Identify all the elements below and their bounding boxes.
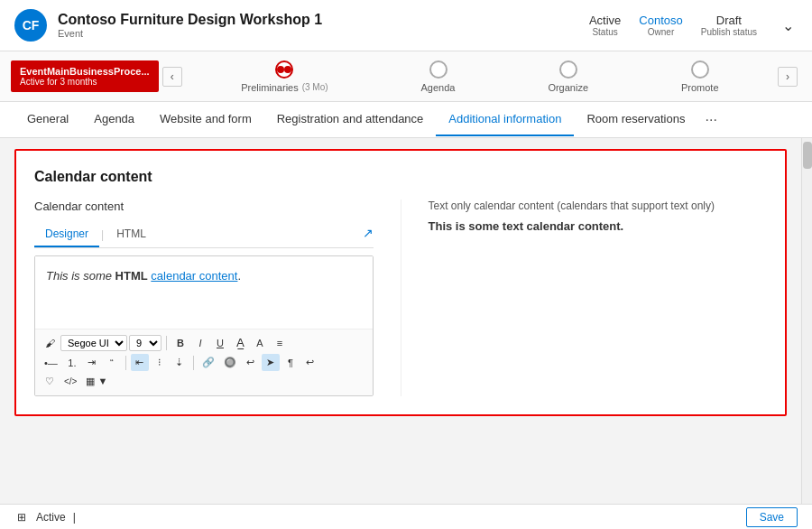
tab-agenda[interactable]: Agenda	[81, 103, 147, 136]
tab-more-button[interactable]: ···	[697, 103, 724, 137]
toolbar-row-3: ♡ </> ▦ ▼	[41, 373, 367, 390]
card-left-section: Calendar content Designer | HTML ↗ This …	[34, 200, 401, 396]
toolbar-brush-button[interactable]: 🖌	[41, 335, 59, 351]
step-promote[interactable]: Promote	[681, 60, 719, 93]
toolbar-link-button[interactable]: 🔗	[198, 354, 218, 371]
toolbar-highlight-button[interactable]: A̲	[231, 333, 249, 352]
header-title-block: Contoso Furniture Design Workshop 1 Even…	[58, 12, 322, 39]
owner-value: Contoso	[639, 14, 682, 27]
toolbar-special-button[interactable]: ➤	[262, 354, 280, 371]
rich-text-editor[interactable]: This is some HTML calendar content. 🖌 Se…	[34, 255, 374, 396]
toolbar-undo-button[interactable]: ↩	[301, 354, 319, 371]
toolbar-unlink-button[interactable]: 🔘	[220, 354, 240, 371]
toolbar-bold-button[interactable]: B	[171, 335, 189, 351]
editor-body[interactable]: This is some HTML calendar content.	[35, 256, 373, 329]
tab-registration-attendance[interactable]: Registration and attendance	[264, 103, 437, 136]
toolbar-heart-button[interactable]: ♡	[41, 373, 59, 390]
toolbar-source-button[interactable]: </>	[60, 374, 80, 389]
tab-website-form[interactable]: Website and form	[147, 103, 264, 136]
toolbar-justify-button[interactable]: ≡	[271, 335, 289, 351]
main-tabs: General Agenda Website and form Registra…	[0, 102, 812, 138]
status-value: Active	[589, 14, 621, 27]
toolbar-back-link-button[interactable]: ↩	[242, 354, 260, 371]
page-subtitle: Event	[58, 28, 322, 39]
toolbar-size-select[interactable]: 9	[129, 335, 161, 351]
header-chevron-button[interactable]: ⌄	[779, 14, 798, 38]
status-grid-icon[interactable]: ⊞	[14, 510, 29, 524]
save-button[interactable]: Save	[746, 507, 798, 527]
editor-tab-designer[interactable]: Designer	[34, 222, 99, 247]
step-label-organize: Organize	[548, 82, 588, 93]
status-meta: Active Status	[589, 14, 621, 37]
toolbar-align-left-button[interactable]: ⇤	[131, 354, 149, 371]
steps-container: Preliminaries (3 Mo) Agenda Organize Pro…	[186, 60, 774, 93]
tab-room-reservations[interactable]: Room reservations	[574, 103, 697, 136]
owner-meta: Contoso Owner	[639, 14, 682, 37]
progress-bar: EventMainBusinessProce... Active for 3 m…	[0, 51, 812, 102]
step-label-preliminaries: Preliminaries	[241, 82, 299, 93]
card-title: Calendar content	[34, 169, 767, 185]
expand-icon[interactable]: ↗	[363, 226, 374, 240]
status-label: Status	[592, 27, 617, 37]
toolbar-underline-button[interactable]: U	[211, 335, 229, 351]
toolbar-table-button[interactable]: ▦ ▼	[82, 373, 111, 390]
toolbar-ul-button[interactable]: •—	[41, 355, 61, 371]
toolbar-font-select[interactable]: Segoe UI	[60, 335, 127, 351]
process-item[interactable]: EventMainBusinessProce... Active for 3 m…	[11, 60, 159, 92]
step-sublabel-preliminaries: (3 Mo)	[302, 82, 328, 92]
editor-text-period: .	[237, 269, 241, 283]
app-header: CF Contoso Furniture Design Workshop 1 E…	[0, 0, 812, 51]
header-left: CF Contoso Furniture Design Workshop 1 E…	[14, 9, 322, 42]
main-content: Calendar content Calendar content Design…	[0, 138, 801, 504]
editor-text-italic: This is some	[46, 269, 115, 283]
toolbar-indent-button[interactable]: ⇥	[83, 354, 101, 371]
step-circle-promote	[691, 60, 709, 79]
step-agenda[interactable]: Agenda	[421, 60, 456, 93]
calendar-content-card: Calendar content Calendar content Design…	[14, 149, 787, 416]
tab-additional-information[interactable]: Additional information	[436, 103, 574, 136]
toolbar-align-right-button[interactable]: ⇣	[171, 354, 189, 371]
editor-tab-separator: |	[99, 228, 106, 241]
side-scrollbar[interactable]	[801, 138, 812, 504]
publish-meta: Draft Publish status	[701, 14, 757, 37]
toolbar-paragraph-button[interactable]: ¶	[281, 355, 300, 371]
status-separator: |	[73, 511, 76, 524]
toolbar-ol-button[interactable]: 1.	[63, 355, 81, 371]
text-only-label: Text only calendar content (calendars th…	[429, 200, 768, 212]
step-preliminaries[interactable]: Preliminaries (3 Mo)	[241, 60, 328, 93]
header-right: Active Status Contoso Owner Draft Publis…	[589, 14, 798, 38]
progress-prev-button[interactable]: ‹	[162, 67, 182, 87]
main-wrapper: Calendar content Calendar content Design…	[0, 138, 812, 504]
card-right-section: Text only calendar content (calendars th…	[401, 200, 768, 396]
step-label-agenda: Agenda	[421, 82, 456, 93]
editor-text-bold: HTML	[115, 269, 148, 283]
editor-tabs: Designer | HTML ↗	[34, 222, 374, 248]
toolbar-align-center-button[interactable]: ⁝	[151, 354, 169, 371]
toolbar-row-1: 🖌 Segoe UI 9 B I U	[41, 333, 367, 352]
toolbar-sep-2	[125, 356, 126, 370]
editor-tab-html[interactable]: HTML	[106, 222, 157, 247]
header-meta: Active Status Contoso Owner Draft Publis…	[589, 14, 757, 37]
editor-text-link[interactable]: calendar content	[151, 269, 237, 283]
progress-next-button[interactable]: ›	[778, 67, 798, 87]
avatar: CF	[14, 9, 47, 42]
step-circle-preliminaries	[275, 60, 293, 79]
status-right: Save	[746, 507, 798, 527]
toolbar-quote-button[interactable]: “	[103, 355, 121, 371]
scrollbar-thumb[interactable]	[803, 142, 812, 169]
process-name: EventMainBusinessProce...	[20, 66, 150, 77]
toolbar-font-color-button[interactable]: A	[251, 335, 269, 351]
card-content-layout: Calendar content Designer | HTML ↗ This …	[34, 200, 767, 396]
step-circle-agenda	[429, 60, 448, 79]
tab-general[interactable]: General	[14, 103, 81, 136]
toolbar-row-2: •— 1. ⇥ “ ⇤ ⁝ ⇣ 🔗 🔘	[41, 354, 367, 371]
text-only-content: This is some text calendar content.	[429, 219, 768, 233]
publish-value: Draft	[716, 14, 742, 27]
step-organize[interactable]: Organize	[548, 60, 588, 93]
toolbar-italic-button[interactable]: I	[191, 335, 209, 351]
page-title: Contoso Furniture Design Workshop 1	[58, 12, 322, 28]
status-left: ⊞ Active |	[14, 510, 76, 524]
owner-label: Owner	[648, 27, 674, 37]
toolbar-sep-1	[166, 336, 167, 350]
status-text: Active	[36, 511, 66, 524]
